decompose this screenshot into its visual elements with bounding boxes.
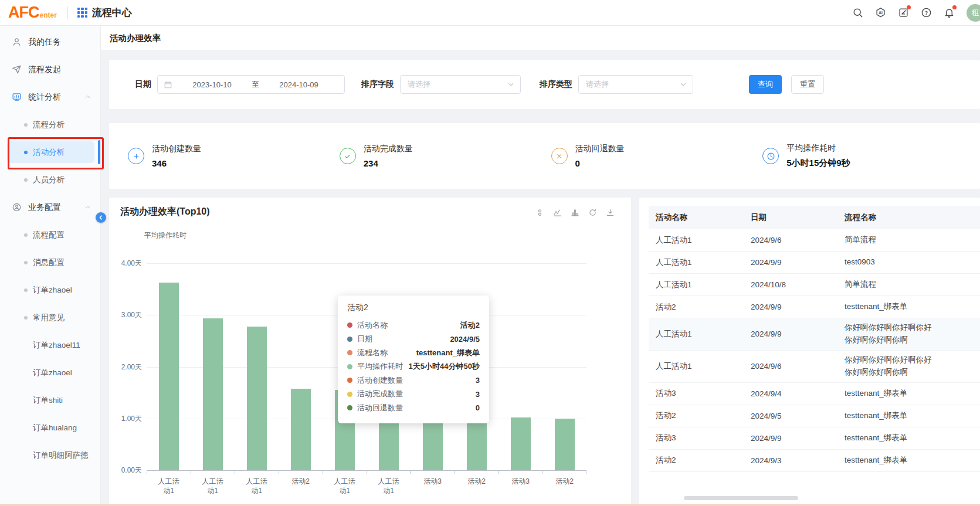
data-view-icon[interactable] bbox=[535, 208, 544, 217]
sidebar-item-process-start[interactable]: 流程发起 bbox=[0, 56, 100, 83]
sidebar-subitem[interactable]: 流程配置 bbox=[0, 221, 100, 249]
table-row[interactable]: 活动22024/9/3testtenant_绑表单 bbox=[649, 450, 980, 472]
bar-slot bbox=[499, 263, 542, 470]
table-row[interactable]: 活动22024/9/5testtenant_绑表单 bbox=[649, 405, 980, 427]
search-icon[interactable] bbox=[852, 7, 863, 18]
sidebar-item-statistics[interactable]: 统计分析 bbox=[0, 83, 100, 111]
y-tick-label: 3.00天 bbox=[109, 310, 142, 320]
sort-field-select[interactable]: 请选择 bbox=[400, 75, 521, 94]
sidebar-subitem[interactable]: 流程分析 bbox=[0, 111, 100, 138]
avatar[interactable]: 租 bbox=[967, 4, 980, 22]
date-end-value[interactable]: 2024-10-09 bbox=[259, 80, 338, 89]
x-tick-label: 活动3 bbox=[499, 477, 542, 495]
line-chart-icon[interactable] bbox=[553, 208, 562, 217]
sort-type-select[interactable]: 请选择 bbox=[578, 75, 693, 94]
cell-process: 你好啊你好啊你好啊你好 你好啊你好啊你啊 bbox=[837, 318, 980, 350]
sidebar-subitem[interactable]: 订单zhaoel bbox=[0, 359, 100, 386]
sidebar-subitem[interactable]: 人员分析 bbox=[0, 166, 100, 193]
sidebar-subitem[interactable]: 订单明细阿萨德 bbox=[0, 442, 100, 469]
tooltip-value: 0 bbox=[476, 403, 480, 412]
table-row[interactable]: 活动32024/9/4testtenant_绑表单 bbox=[649, 383, 980, 405]
chart-bar[interactable] bbox=[511, 417, 531, 470]
table-row[interactable]: 人工活动12024/9/6简单流程 bbox=[649, 229, 980, 252]
sidebar-item-label: 业务配置 bbox=[28, 202, 61, 213]
sidebar-subitem[interactable]: 订单shiti bbox=[0, 386, 100, 414]
cell-date: 2024/10/8 bbox=[744, 280, 837, 289]
config-icon bbox=[12, 202, 22, 212]
series-dot bbox=[347, 322, 352, 328]
cell-activity: 人工活动1 bbox=[649, 235, 744, 246]
date-start-value[interactable]: 2023-10-10 bbox=[172, 80, 252, 89]
header-actions: AI?租 bbox=[852, 4, 980, 22]
column-header: 活动名称 bbox=[649, 212, 744, 223]
sidebar-item-my-tasks[interactable]: 我的任务 bbox=[0, 28, 100, 56]
cell-process: 简单流程 bbox=[837, 230, 980, 250]
chart-bar[interactable] bbox=[203, 318, 223, 470]
search-button[interactable]: 查询 bbox=[749, 75, 782, 94]
table-row[interactable]: 人工活动12024/9/9你好啊你好啊你好啊你好 你好啊你好啊你啊 bbox=[649, 318, 980, 351]
cell-activity: 人工活动1 bbox=[649, 280, 744, 290]
table-header: 活动名称日期流程名称 bbox=[649, 206, 980, 229]
chart-bar[interactable] bbox=[247, 327, 267, 470]
tooltip-label: 流程名称 bbox=[357, 348, 388, 358]
tooltip-value: 2024/9/5 bbox=[450, 335, 480, 344]
x-tick-label: 人工活 动1 bbox=[367, 477, 411, 495]
series-dot bbox=[347, 337, 352, 342]
app-grid-icon[interactable] bbox=[77, 8, 87, 18]
bell-icon[interactable] bbox=[944, 7, 955, 18]
tooltip-value: 3 bbox=[476, 376, 480, 385]
sidebar-item-business-config[interactable]: 业务配置 bbox=[0, 193, 100, 221]
close-circle-icon bbox=[551, 148, 568, 164]
x-tick-label: 人工活 动1 bbox=[191, 477, 235, 495]
cell-process: test0903 bbox=[837, 253, 980, 272]
chart-icon bbox=[12, 92, 22, 102]
series-dot bbox=[347, 378, 352, 383]
series-dot bbox=[347, 350, 352, 355]
edit-icon[interactable] bbox=[898, 7, 909, 18]
logo-subtext: enter bbox=[40, 11, 57, 19]
cell-date: 2024/9/9 bbox=[744, 258, 837, 267]
bullet-dot bbox=[24, 123, 28, 127]
logo[interactable]: AFC enter bbox=[8, 4, 57, 22]
series-dot bbox=[347, 392, 352, 397]
app: AFC enter 流程中心 AI?租 我的任务流程发起统计分析流程分析活动分析… bbox=[0, 0, 980, 506]
bottom-row: 活动办理效率(Top10) 平均操作耗时 4.00天3.00天2.00天1.00… bbox=[109, 198, 980, 506]
tooltip-value: 3 bbox=[476, 390, 480, 399]
sidebar-subitem[interactable]: 订单zhaoel11 bbox=[0, 331, 100, 359]
sidebar-subitem[interactable]: 消息配置 bbox=[0, 249, 100, 276]
chart-card: 活动办理效率(Top10) 平均操作耗时 4.00天3.00天2.00天1.00… bbox=[109, 198, 631, 506]
sort-type-placeholder: 请选择 bbox=[586, 79, 680, 90]
sidebar-collapse-button[interactable] bbox=[96, 212, 106, 223]
sidebar-subitem[interactable]: 订单hualang bbox=[0, 414, 100, 442]
table-row[interactable]: 人工活动12024/9/6你好啊你好啊你好啊你好 你好啊你好啊你啊 bbox=[649, 351, 980, 383]
reset-button[interactable]: 重置 bbox=[791, 75, 824, 94]
stat-value: 5小时15分钟9秒 bbox=[786, 158, 850, 169]
cell-process: testtenant_绑表单 bbox=[837, 451, 980, 470]
x-tick-label: 人工活 动1 bbox=[147, 477, 191, 495]
sidebar-subitem[interactable]: 订单zhaoel bbox=[0, 276, 100, 304]
chart-bar[interactable] bbox=[159, 283, 179, 470]
horizontal-scrollbar-thumb[interactable] bbox=[684, 496, 798, 500]
ai-icon[interactable]: AI bbox=[875, 7, 886, 18]
chart-bar[interactable] bbox=[291, 389, 311, 470]
stat-label: 活动完成数量 bbox=[364, 144, 413, 154]
table-row[interactable]: 活动32024/9/9testtenant_绑表单 bbox=[649, 427, 980, 450]
top-bar: AFC enter 流程中心 AI?租 bbox=[0, 0, 980, 26]
table-row[interactable]: 活动22024/9/9testtenant_绑表单 bbox=[649, 296, 980, 318]
date-range-input[interactable]: 2023-10-10 至 2024-10-09 bbox=[157, 75, 345, 94]
table-row[interactable]: 人工活动12024/9/9test0903 bbox=[649, 252, 980, 274]
chart-bar[interactable] bbox=[555, 419, 575, 470]
bar-chart-icon[interactable] bbox=[571, 208, 579, 217]
send-icon bbox=[12, 64, 22, 74]
table-row[interactable]: 人工活动12024/10/8简单流程 bbox=[649, 274, 980, 296]
stat-card: 活动回退数量0 bbox=[551, 144, 763, 168]
restore-icon[interactable] bbox=[588, 208, 597, 217]
help-icon[interactable]: ? bbox=[921, 7, 932, 18]
bullet-dot bbox=[24, 316, 28, 320]
sidebar-subitem[interactable]: 常用意见 bbox=[0, 304, 100, 331]
download-icon[interactable] bbox=[606, 208, 615, 217]
bullet-dot bbox=[24, 151, 28, 154]
sidebar-subitem[interactable]: 活动分析 bbox=[0, 138, 100, 166]
tooltip-row: 活动回退数量0 bbox=[347, 401, 480, 415]
clock-circle-icon bbox=[762, 148, 779, 164]
